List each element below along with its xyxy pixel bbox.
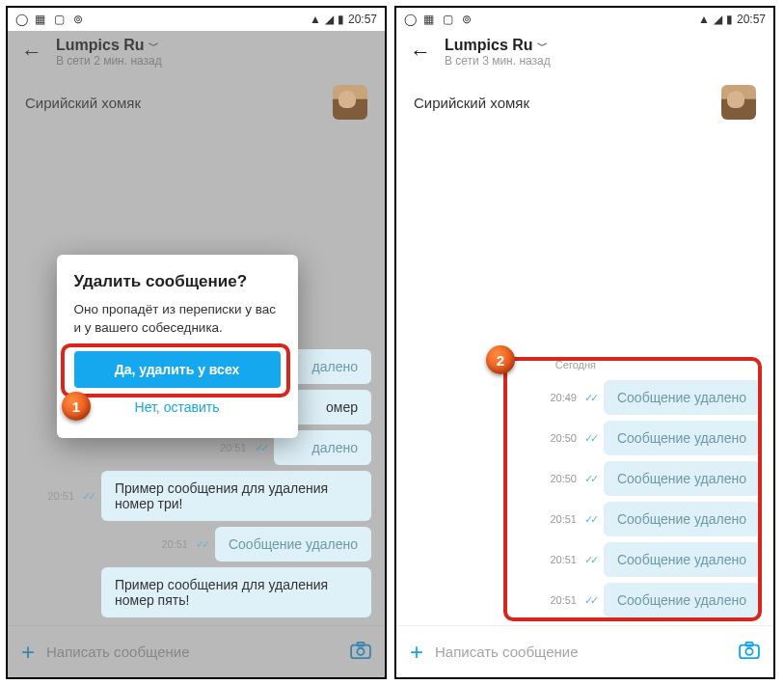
read-ticks-icon: ✓✓ [584,594,596,607]
message-row: 20:51✓✓ Пример сообщения для удаления но… [17,471,371,521]
message-row: 20:51✓✓ Сообщение удалено [17,527,371,562]
read-ticks-icon: ✓✓ [584,554,596,566]
message-row: 20:50✓✓Сообщение удалено [406,421,760,455]
signal-icon: ◢ [714,13,722,26]
chat-header: ← Lumpics Ru﹀ В сети 3 мин. назад [396,31,773,77]
dialog-body: Оно пропадёт из переписки у вас и у ваше… [74,301,281,338]
annotation-marker-1: 1 [62,392,91,421]
cancel-delete-button[interactable]: Нет, оставить [74,388,281,426]
shazam-icon: ⊚ [73,13,87,26]
chevron-down-icon: ﹀ [537,39,548,53]
avatar[interactable] [333,85,367,120]
delete-dialog: Удалить сообщение? Оно пропадёт из переп… [57,255,298,438]
message-row: 20:51✓✓Сообщение удалено [406,542,760,577]
read-ticks-icon: ✓✓ [584,473,596,485]
read-ticks-icon: ✓✓ [255,442,266,454]
phone-left: ◯ ▦ ▢ ⊚ ▲ ◢ ▮ 20:57 ← Lumpics Ru﹀ В сети… [6,6,387,679]
shazam-icon: ⊚ [462,13,475,26]
status-bar: ◯ ▦ ▢ ⊚ ▲ ◢ ▮ 20:57 [396,8,773,31]
dialog-title: Удалить сообщение? [74,272,281,291]
calendar-icon: ▦ [35,13,48,26]
opera-icon: ◯ [404,13,418,26]
confirm-delete-button[interactable]: Да, удалить у всех [74,351,281,388]
wifi-icon: ▲ [310,13,321,26]
message-row: 20:50✓✓Сообщение удалено [406,461,760,496]
read-ticks-icon: ✓✓ [584,432,596,445]
add-button[interactable]: + [410,639,423,666]
composer-input[interactable]: Написать сообщение [435,644,727,660]
clock-text: 20:57 [348,13,377,26]
chat-subtitle: В сети 3 мин. назад [445,54,551,68]
phone-right: ◯ ▦ ▢ ⊚ ▲ ◢ ▮ 20:57 ← Lumpics Ru﹀ В сети… [394,6,775,679]
avatar[interactable] [721,85,756,120]
read-ticks-icon: ✓✓ [584,392,596,404]
message-row: 20:51✓✓Сообщение удалено [406,502,760,536]
calendar-icon: ▦ [423,13,437,26]
date-label: Сегодня [406,359,760,370]
message-row: Пример сообщения для удаления номер пять… [17,567,371,617]
svg-point-4 [745,647,752,654]
conversation-area[interactable]: Сегодня 20:49✓✓Сообщение удалено 20:50✓✓… [396,127,773,625]
back-button[interactable]: ← [410,41,431,63]
camera-button[interactable] [739,642,760,663]
chat-title[interactable]: Lumpics Ru﹀ [445,37,551,54]
status-bar: ◯ ▦ ▢ ⊚ ▲ ◢ ▮ 20:57 [8,8,385,31]
instagram-icon: ▢ [443,13,456,26]
svg-rect-3 [740,644,759,658]
read-ticks-icon: ✓✓ [196,538,207,551]
opera-icon: ◯ [15,13,29,26]
signal-icon: ◢ [325,13,334,26]
clock-text: 20:57 [737,13,766,26]
battery-icon: ▮ [338,13,344,26]
wifi-icon: ▲ [698,13,710,26]
battery-icon: ▮ [726,13,733,26]
composer: + Написать сообщение [396,625,773,677]
read-ticks-icon: ✓✓ [584,513,596,526]
instagram-icon: ▢ [54,13,68,26]
pinned-contact: Сирийский хомяк [396,77,773,127]
message-row: 20:49✓✓Сообщение удалено [406,380,760,415]
annotation-marker-2: 2 [486,345,515,374]
message-list: Сегодня 20:49✓✓Сообщение удалено 20:50✓✓… [396,345,773,625]
read-ticks-icon: ✓✓ [82,490,94,503]
pinned-contact-name: Сирийский хомяк [414,95,529,111]
message-row: 20:51✓✓Сообщение удалено [406,583,760,617]
